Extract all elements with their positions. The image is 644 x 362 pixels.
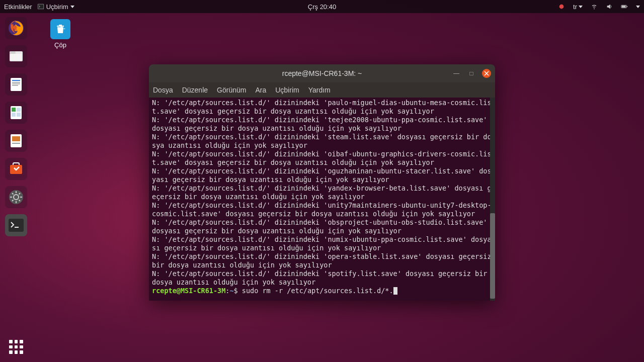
activities-button[interactable]: Etkinlikler xyxy=(4,3,32,11)
window-title: rcepte@MSI-CR61-3M: ~ xyxy=(282,69,362,77)
desktop-trash[interactable]: Çöp xyxy=(50,19,70,49)
files-icon xyxy=(8,48,24,64)
menu-view[interactable]: Görünüm xyxy=(217,86,246,94)
terminal-icon xyxy=(9,219,24,232)
menu-help[interactable]: Yardım xyxy=(308,86,331,94)
top-panel: Etkinlikler Uçbirim Çrş 20:40 tr xyxy=(0,0,644,13)
svg-rect-21 xyxy=(12,136,20,141)
calc-icon xyxy=(8,105,24,121)
maximize-button[interactable]: □ xyxy=(467,69,476,78)
svg-point-2 xyxy=(559,5,564,9)
app-menu-label: Uçbirim xyxy=(46,3,68,11)
firefox-icon xyxy=(8,20,25,37)
close-icon xyxy=(484,71,489,76)
battery-icon[interactable] xyxy=(621,3,628,10)
screencast-icon[interactable] xyxy=(558,3,565,10)
svg-rect-10 xyxy=(11,78,22,91)
close-button[interactable] xyxy=(482,69,491,78)
trash-icon xyxy=(50,19,70,39)
svg-rect-16 xyxy=(12,108,16,112)
chevron-down-icon xyxy=(70,6,74,8)
svg-rect-4 xyxy=(626,6,627,7)
titlebar[interactable]: rcepte@MSI-CR61-3M: ~ — □ xyxy=(149,64,495,82)
scroll-thumb[interactable] xyxy=(490,213,495,299)
show-applications[interactable] xyxy=(9,340,23,354)
dock-firefox[interactable] xyxy=(5,17,27,39)
dock-terminal[interactable] xyxy=(5,214,27,236)
terminal-window: rcepte@MSI-CR61-3M: ~ — □ Dosya Düzenle … xyxy=(149,64,495,301)
clock[interactable]: Çrş 20:40 xyxy=(308,3,336,11)
writer-icon xyxy=(8,76,24,93)
svg-rect-18 xyxy=(12,113,16,117)
menu-file[interactable]: Dosya xyxy=(153,86,173,94)
dock-calc[interactable] xyxy=(5,102,27,124)
app-menu[interactable]: Uçbirim xyxy=(37,3,74,11)
svg-rect-9 xyxy=(11,54,22,60)
svg-rect-17 xyxy=(17,108,21,112)
network-icon[interactable] xyxy=(591,3,598,10)
svg-rect-1 xyxy=(38,5,43,9)
menu-terminal[interactable]: Uçbirim xyxy=(275,86,299,94)
svg-rect-19 xyxy=(17,113,21,117)
minimize-button[interactable]: — xyxy=(452,69,461,78)
terminal-app-icon xyxy=(37,3,44,10)
impress-icon xyxy=(8,133,24,149)
dock-writer[interactable] xyxy=(5,73,27,96)
svg-rect-14 xyxy=(12,85,18,86)
svg-rect-13 xyxy=(12,83,20,84)
svg-rect-37 xyxy=(59,25,62,26)
dock-software[interactable] xyxy=(5,158,27,180)
menu-edit[interactable]: Düzenle xyxy=(182,86,208,94)
keyboard-layout-indicator[interactable]: tr xyxy=(573,3,583,11)
gear-icon xyxy=(8,189,24,205)
software-icon xyxy=(8,161,24,177)
dock-settings[interactable] xyxy=(5,186,27,208)
menu-search[interactable]: Ara xyxy=(255,86,266,94)
trash-label: Çöp xyxy=(54,41,66,49)
chevron-down-icon xyxy=(579,6,583,8)
svg-rect-5 xyxy=(622,6,626,8)
volume-icon[interactable] xyxy=(606,3,613,10)
svg-rect-11 xyxy=(12,80,20,81)
dock-files[interactable] xyxy=(5,45,27,67)
apps-grid-icon xyxy=(9,340,23,354)
svg-rect-12 xyxy=(12,82,20,83)
dock-impress[interactable] xyxy=(5,130,27,152)
svg-rect-22 xyxy=(12,143,20,144)
dock xyxy=(0,13,32,362)
svg-rect-34 xyxy=(9,219,24,232)
system-menu-icon[interactable] xyxy=(636,6,640,8)
scrollbar[interactable] xyxy=(490,98,495,301)
menubar: Dosya Düzenle Görünüm Ara Uçbirim Yardım xyxy=(149,82,495,98)
terminal-output[interactable]: N: '/etc/apt/sources.list.d/' dizinindek… xyxy=(149,98,495,301)
